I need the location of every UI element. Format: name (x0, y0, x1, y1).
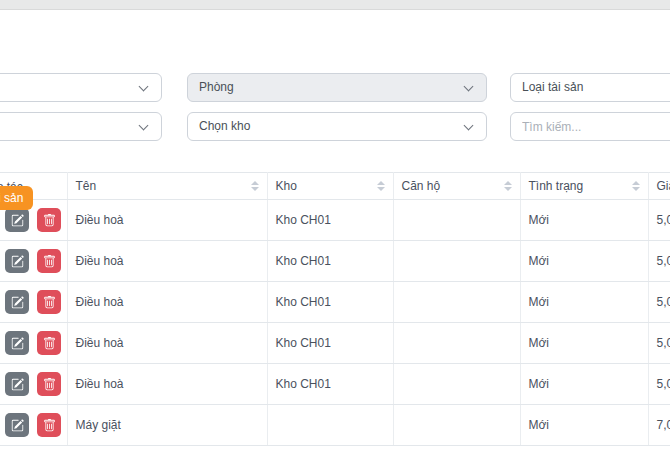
name-cell: Điều hoà (67, 323, 267, 364)
table-row: Điều hoà Kho CH01 Mới 5,000,000 (0, 241, 670, 282)
apartment-cell (393, 200, 520, 241)
asset-type-select-value: Loại tài sản (522, 80, 583, 94)
column-header-status[interactable]: Tình trạng (520, 173, 648, 200)
status-cell: Mới (520, 241, 648, 282)
name-cell: Điều hoà (67, 282, 267, 323)
pencil-square-icon (11, 296, 24, 309)
warehouse-cell: Kho CH01 (267, 241, 393, 282)
price-cell: 5,000,000 (648, 241, 670, 282)
delete-button[interactable] (37, 331, 61, 355)
asset-type-select[interactable]: Loại tài sản (510, 73, 670, 102)
add-asset-button[interactable]: Thêm tài sản (0, 186, 33, 210)
table-header-row: Thao tác Tên Kho Căn hộ Tình trạng Giá (0, 173, 670, 200)
column-header-apartment[interactable]: Căn hộ (393, 173, 520, 200)
sort-icon[interactable] (377, 180, 385, 192)
room-select[interactable]: Phòng (187, 73, 487, 102)
edit-button[interactable] (5, 413, 29, 437)
chevron-down-icon (464, 82, 474, 92)
table-row: Máy giặt Mới 7,000,000 (0, 405, 670, 446)
warehouse-select-value: Chọn kho (199, 119, 250, 133)
delete-button[interactable] (37, 208, 61, 232)
apartment-cell (393, 405, 520, 446)
apartment-cell (393, 323, 520, 364)
warehouse-cell: Kho CH01 (267, 323, 393, 364)
status-cell: Mới (520, 200, 648, 241)
filter-select-left-row1[interactable] (0, 73, 162, 102)
price-cell: 5,000,000 (648, 200, 670, 241)
actions-cell (0, 364, 67, 405)
pencil-square-icon (11, 378, 24, 391)
status-cell: Mới (520, 364, 648, 405)
column-header-warehouse[interactable]: Kho (267, 173, 393, 200)
name-cell: Máy giặt (67, 405, 267, 446)
table-row: Điều hoà Kho CH01 Mới 5,000,000 (0, 200, 670, 241)
warehouse-cell: Kho CH01 (267, 282, 393, 323)
warehouse-cell (267, 405, 393, 446)
edit-button[interactable] (5, 249, 29, 273)
assets-table: Thao tác Tên Kho Căn hộ Tình trạng Giá (0, 172, 670, 446)
warehouse-cell: Kho CH01 (267, 364, 393, 405)
sort-icon[interactable] (251, 180, 259, 192)
trash-icon (43, 296, 56, 309)
price-cell: 5,000,000 (648, 364, 670, 405)
pencil-square-icon (11, 419, 24, 432)
table-row: Điều hoà Kho CH01 Mới 5,000,000 (0, 282, 670, 323)
price-cell: 5,000,000 (648, 323, 670, 364)
room-select-value: Phòng (199, 80, 234, 94)
actions-cell (0, 405, 67, 446)
apartment-cell (393, 364, 520, 405)
warehouse-cell: Kho CH01 (267, 200, 393, 241)
status-cell: Mới (520, 282, 648, 323)
column-header-price[interactable]: Giá (648, 173, 670, 200)
trash-icon (43, 214, 56, 227)
apartment-cell (393, 282, 520, 323)
table-row: Điều hoà Kho CH01 Mới 5,000,000 (0, 323, 670, 364)
price-cell: 5,000,000 (648, 282, 670, 323)
edit-button[interactable] (5, 208, 29, 232)
chevron-down-icon (139, 82, 149, 92)
pencil-square-icon (11, 337, 24, 350)
apartment-cell (393, 241, 520, 282)
top-bar (0, 0, 670, 10)
actions-cell (0, 241, 67, 282)
table-row: Điều hoà Kho CH01 Mới 5,000,000 (0, 364, 670, 405)
sort-icon[interactable] (632, 180, 640, 192)
edit-button[interactable] (5, 372, 29, 396)
sort-icon[interactable] (504, 180, 512, 192)
pencil-square-icon (11, 214, 24, 227)
actions-cell (0, 323, 67, 364)
edit-button[interactable] (5, 331, 29, 355)
delete-button[interactable] (37, 290, 61, 314)
status-cell: Mới (520, 323, 648, 364)
trash-icon (43, 337, 56, 350)
name-cell: Điều hoà (67, 241, 267, 282)
price-cell: 7,000,000 (648, 405, 670, 446)
actions-cell (0, 282, 67, 323)
delete-button[interactable] (37, 372, 61, 396)
chevron-down-icon (464, 121, 474, 131)
delete-button[interactable] (37, 249, 61, 273)
name-cell: Điều hoà (67, 200, 267, 241)
filter-select-left-row2[interactable] (0, 112, 162, 141)
chevron-down-icon (139, 121, 149, 131)
edit-button[interactable] (5, 290, 29, 314)
trash-icon (43, 255, 56, 268)
status-cell: Mới (520, 405, 648, 446)
trash-icon (43, 378, 56, 391)
warehouse-select[interactable]: Chọn kho (187, 112, 487, 141)
search-input[interactable] (510, 112, 670, 141)
name-cell: Điều hoà (67, 364, 267, 405)
pencil-square-icon (11, 255, 24, 268)
column-header-name[interactable]: Tên (67, 173, 267, 200)
trash-icon (43, 419, 56, 432)
delete-button[interactable] (37, 413, 61, 437)
